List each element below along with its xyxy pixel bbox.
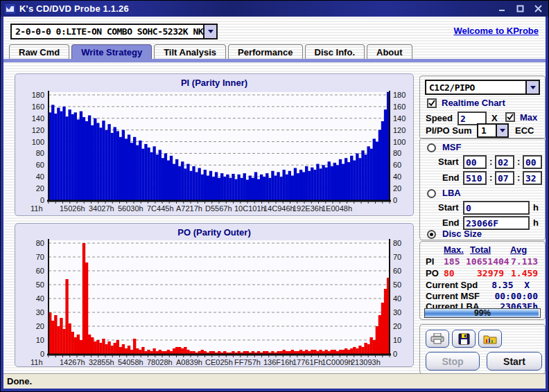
stat-header-avg: Avg [510, 244, 527, 255]
tab-write-strategy[interactable]: Write Strategy [71, 44, 152, 59]
svg-text:140: 140 [393, 114, 406, 123]
svg-text:0: 0 [393, 196, 397, 204]
open-chart-button[interactable] [478, 330, 502, 348]
svg-text:0: 0 [40, 350, 44, 358]
floppy-disk-icon [458, 333, 470, 345]
svg-text:11h: 11h [31, 358, 43, 366]
pipo-sum-arrow[interactable] [496, 125, 507, 136]
msf-end-frame[interactable] [523, 171, 542, 185]
msf-start-label: Start [438, 157, 459, 167]
svg-text:192E36h: 192E36h [293, 204, 323, 213]
msf-start-min[interactable] [463, 155, 487, 169]
stat-header-max: Max. [444, 244, 464, 255]
svg-text:80: 80 [393, 149, 401, 157]
svg-text:20: 20 [36, 184, 44, 193]
svg-text:78028h: 78028h [147, 358, 173, 366]
svg-text:60: 60 [393, 161, 401, 169]
po-chart-panel: PO (Parity Outer) 0010102020303040405050… [15, 223, 414, 367]
svg-text:100: 100 [393, 138, 406, 146]
pi-row-label: PI [426, 256, 434, 267]
po-total-value: 32979 [477, 268, 504, 278]
pipo-sum-value: 1 [478, 125, 496, 136]
svg-text:40: 40 [36, 294, 44, 303]
svg-text:14267h: 14267h [60, 358, 85, 366]
svg-text:0: 0 [40, 196, 44, 204]
svg-text:30: 30 [393, 308, 401, 317]
msf-start-frame[interactable] [523, 155, 542, 169]
lba-start-input[interactable] [463, 201, 530, 215]
check-icon [507, 114, 514, 121]
minimize-button[interactable] [497, 3, 507, 13]
po-row-label: PO [426, 268, 439, 278]
svg-text:136F16h: 136F16h [263, 358, 293, 366]
svg-text:D5567h: D5567h [205, 204, 232, 213]
svg-text:10C101h: 10C101h [234, 204, 265, 213]
pipo-sum-label: PI/PO Sum [426, 125, 471, 136]
lba-radio[interactable] [427, 189, 436, 198]
svg-text:50: 50 [36, 280, 44, 289]
lba-label: LBA [442, 188, 461, 198]
pi-chart: 0020204040606080801001001201201401401601… [15, 88, 415, 215]
svg-text:56030h: 56030h [118, 204, 143, 213]
client-area: 2-0-0-0 0:LITE-ON COMBO SOHC-5232K NK07 … [3, 17, 546, 389]
pipo-sum-select[interactable]: 1 [477, 123, 509, 138]
realtime-chart-checkbox[interactable] [427, 98, 437, 108]
po-max-value: 80 [444, 268, 455, 278]
window-title: K's CD/DVD Probe 1.1.26 [19, 3, 129, 14]
svg-text:1E0048h: 1E0048h [322, 204, 352, 213]
svg-text:80: 80 [36, 239, 44, 247]
welcome-link[interactable]: Welcome to KProbe [453, 26, 539, 36]
svg-text:140: 140 [32, 114, 44, 123]
maximize-button[interactable] [515, 3, 525, 13]
lba-start-label: Start [438, 202, 459, 213]
status-bar: Done. [3, 373, 546, 389]
disc-size-label: Disc Size [442, 229, 482, 239]
svg-text:20: 20 [393, 322, 401, 330]
tab-about[interactable]: About [367, 44, 412, 59]
mode-select-arrow[interactable] [525, 81, 539, 93]
svg-text:34027h: 34027h [89, 204, 114, 213]
close-button[interactable] [533, 3, 543, 13]
realtime-chart-label: Realtime Chart [442, 98, 505, 108]
disc-size-radio[interactable] [427, 230, 436, 239]
msf-sep: : [517, 157, 520, 167]
tab-performance[interactable]: Performance [228, 44, 302, 59]
svg-text:120: 120 [393, 126, 406, 134]
msf-label: MSF [442, 142, 461, 152]
msf-end-label: End [442, 172, 460, 183]
tab-raw-cmd[interactable]: Raw Cmd [9, 44, 69, 59]
pi-chart-title: PI (Parity Inner) [15, 74, 413, 88]
chart-folder-icon [483, 333, 497, 344]
printer-icon [430, 333, 444, 344]
device-combo-arrow[interactable] [203, 25, 216, 38]
max-speed-checkbox[interactable] [505, 112, 515, 122]
mode-select[interactable]: C1C2/PIPO [425, 80, 540, 95]
save-button[interactable] [452, 330, 476, 348]
svg-text:30: 30 [36, 308, 44, 317]
svg-text:213093h: 213093h [351, 358, 381, 366]
msf-sep: : [489, 157, 492, 167]
current-msf-value: 00:00:00 [494, 291, 538, 301]
start-button[interactable]: Start [487, 352, 542, 371]
progress-label: 99% [425, 309, 540, 318]
svg-text:7C445h: 7C445h [147, 204, 174, 213]
chevron-down-icon [500, 129, 505, 132]
pi-total-value: 10651404 [466, 256, 509, 267]
svg-text:40: 40 [393, 294, 401, 303]
msf-start-sec[interactable] [495, 155, 514, 169]
print-button[interactable] [426, 330, 449, 348]
pi-avg-value: 7.113 [511, 256, 538, 267]
svg-text:160: 160 [32, 103, 44, 111]
speed-unit-label: X [491, 113, 498, 123]
device-combo[interactable]: 2-0-0-0 0:LITE-ON COMBO SOHC-5232K NK07 [10, 24, 218, 39]
msf-radio[interactable] [427, 143, 436, 152]
lba-end-input[interactable] [463, 216, 530, 230]
msf-end-min[interactable] [463, 171, 487, 185]
tab-disc-info[interactable]: Disc Info. [305, 44, 365, 59]
msf-end-sec[interactable] [495, 171, 514, 185]
po-chart-title: PO (Parity Outer) [15, 224, 413, 238]
tab-tilt-analysis[interactable]: Tilt Analysis [154, 44, 226, 59]
svg-text:10: 10 [393, 336, 401, 344]
pi-chart-panel: PI (Parity Inner) 0020204040606080801001… [15, 73, 414, 216]
stop-button[interactable]: Stop [426, 352, 480, 371]
